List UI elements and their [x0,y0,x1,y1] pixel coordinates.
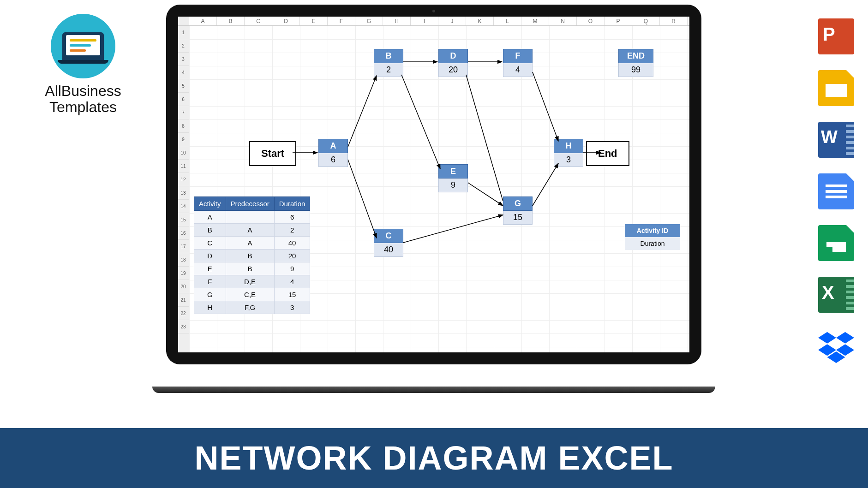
node-g: G15 [503,196,533,225]
excel-icon [818,277,854,313]
svg-line-1 [348,76,377,147]
table-row: HF,G3 [194,301,310,314]
row-headers: 1234567891011121314151617181920212223 [178,26,189,352]
legend-box: Activity ID Duration [625,224,680,250]
laptop-mockup: ABCDEFGHIJKLMNOPQR 123456789101112131415… [166,5,701,392]
word-icon [818,122,854,158]
table-row: DB20 [194,250,310,262]
node-h: H3 [554,139,583,167]
node-c: C40 [374,229,403,257]
brand-text: AllBusinessTemplates [28,83,138,115]
svg-line-7 [468,183,503,206]
table-row: GC,E15 [194,288,310,301]
table-row: A6 [194,211,310,224]
svg-line-9 [533,72,558,141]
node-e: E9 [438,164,468,192]
spreadsheet-screen: ABCDEFGHIJKLMNOPQR 123456789101112131415… [178,17,689,352]
svg-marker-12 [818,332,836,344]
table-row: CA40 [194,237,310,250]
node-f: F4 [503,49,533,77]
svg-line-6 [466,75,503,201]
table-row: BA2 [194,224,310,237]
brand-circle [51,14,115,78]
node-a: A6 [318,139,348,167]
node-b: B2 [374,49,403,77]
app-icons-column [818,18,854,364]
end-box: End [586,141,629,166]
powerpoint-icon [818,18,854,54]
start-box: Start [249,141,296,166]
svg-marker-13 [836,332,854,344]
google-slides-icon [818,70,854,106]
node-d: D20 [438,49,468,77]
dropbox-icon [818,328,854,364]
svg-line-10 [533,163,558,206]
google-docs-icon [818,173,854,209]
svg-line-2 [348,160,377,238]
svg-line-8 [403,215,503,243]
banner-title: NETWORK DIAGRAM EXCEL [0,428,868,488]
svg-line-4 [401,75,440,169]
activity-table: Activity Predecessor Duration A6BA2CA40D… [194,196,310,314]
column-headers: ABCDEFGHIJKLMNOPQR [178,17,689,26]
google-sheets-icon [818,225,854,261]
node-end-summary: END99 [618,49,653,77]
brand-logo: AllBusinessTemplates [28,14,138,115]
table-row: EB9 [194,262,310,275]
table-row: FD,E4 [194,275,310,288]
